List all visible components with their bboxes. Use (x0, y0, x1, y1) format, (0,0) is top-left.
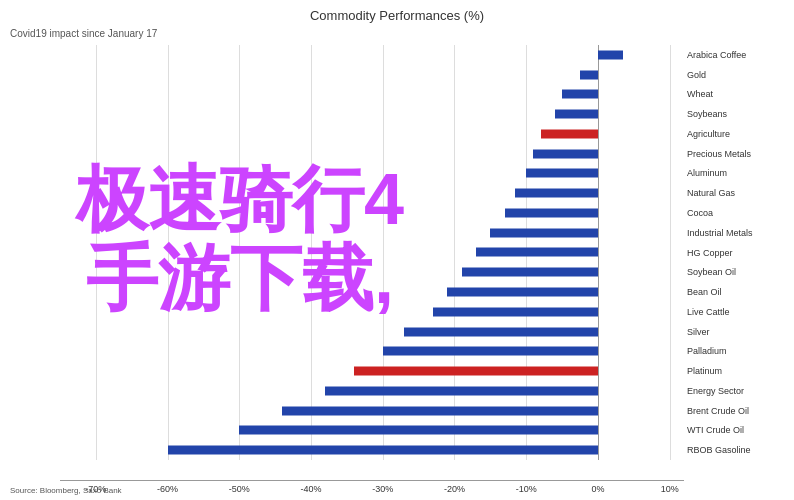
commodity-bar (490, 228, 598, 237)
bar-row (60, 124, 684, 144)
commodity-bar (476, 248, 598, 257)
x-axis: -70%-60%-50%-40%-30%-20%-10%0%10% (60, 480, 684, 500)
y-axis-label: Industrial Metals (684, 223, 789, 243)
y-axis-label: Aluminum (684, 164, 789, 184)
bar-row (60, 104, 684, 124)
commodity-bar (562, 90, 598, 99)
chart-title: Commodity Performances (%) (0, 0, 794, 25)
y-axis-label: Silver (684, 322, 789, 342)
x-axis-label: 0% (591, 484, 604, 494)
commodity-bar (598, 50, 623, 59)
bar-row (60, 341, 684, 361)
x-axis-label: -60% (157, 484, 178, 494)
bar-row (60, 381, 684, 401)
commodity-bar (404, 327, 598, 336)
bar-row (60, 361, 684, 381)
source-text: Source: Bloomberg, Saxo Bank (10, 486, 122, 495)
x-axis-label: -40% (301, 484, 322, 494)
y-axis-label: Platinum (684, 361, 789, 381)
bar-row (60, 85, 684, 105)
commodity-bar (580, 70, 598, 79)
commodity-bar (505, 208, 598, 217)
overlay-text: 极速骑行4手游下载, (40, 160, 440, 318)
y-axis-label: Precious Metals (684, 144, 789, 164)
commodity-bar (433, 307, 598, 316)
y-axis-label: Gold (684, 65, 789, 85)
x-axis-label: -20% (444, 484, 465, 494)
commodity-bar (526, 169, 598, 178)
chart-subtitle: Covid19 impact since January 17 (10, 28, 157, 39)
commodity-bar (168, 446, 598, 455)
commodity-bar (533, 149, 598, 158)
y-labels: Arabica CoffeeGoldWheatSoybeansAgricultu… (684, 45, 789, 460)
commodity-bar (447, 288, 598, 297)
bar-row (60, 65, 684, 85)
x-axis-label: -30% (372, 484, 393, 494)
bar-row (60, 322, 684, 342)
commodity-bar (325, 386, 598, 395)
commodity-bar (282, 406, 598, 415)
y-axis-label: Soybeans (684, 104, 789, 124)
y-axis-label: Arabica Coffee (684, 45, 789, 65)
y-axis-label: Natural Gas (684, 183, 789, 203)
y-axis-label: Soybean Oil (684, 262, 789, 282)
y-axis-label: Energy Sector (684, 381, 789, 401)
y-axis-label: Brent Crude Oil (684, 401, 789, 421)
x-axis-label: -50% (229, 484, 250, 494)
commodity-bar (462, 268, 598, 277)
commodity-bar (515, 189, 597, 198)
y-axis-label: Bean Oil (684, 282, 789, 302)
commodity-bar (239, 426, 598, 435)
commodity-bar (541, 129, 598, 138)
bar-row (60, 420, 684, 440)
commodity-bar (354, 367, 598, 376)
x-axis-label: 10% (661, 484, 679, 494)
y-axis-label: Wheat (684, 85, 789, 105)
y-axis-label: WTI Crude Oil (684, 421, 789, 441)
bar-row (60, 440, 684, 460)
bar-row (60, 401, 684, 421)
commodity-bar (383, 347, 598, 356)
bar-row (60, 45, 684, 65)
x-axis-label: -10% (516, 484, 537, 494)
commodity-bar (555, 110, 598, 119)
y-axis-label: Cocoa (684, 203, 789, 223)
y-axis-label: RBOB Gasoline (684, 440, 789, 460)
chart-container: Commodity Performances (%) Covid19 impac… (0, 0, 794, 500)
y-axis-label: Agriculture (684, 124, 789, 144)
y-axis-label: Live Cattle (684, 302, 789, 322)
y-axis-label: Palladium (684, 341, 789, 361)
y-axis-label: HG Copper (684, 243, 789, 263)
